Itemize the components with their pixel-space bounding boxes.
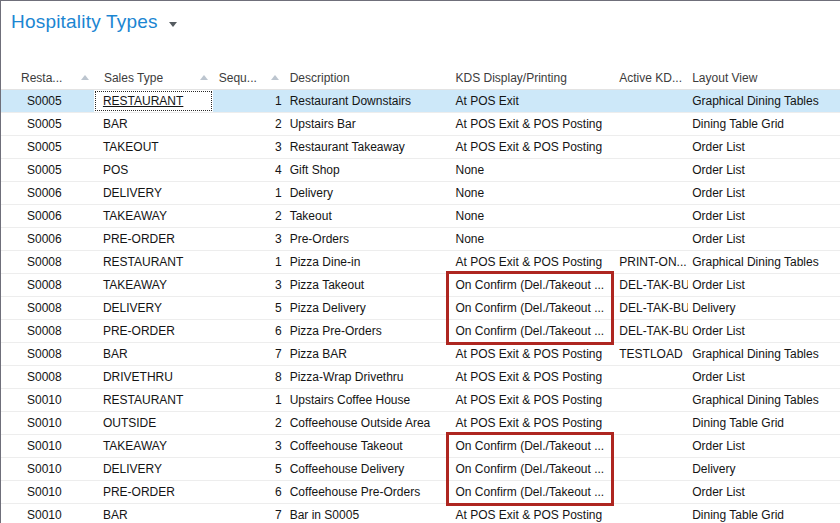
cell-kds[interactable]: On Confirm (Del./Takeout ... bbox=[448, 274, 615, 296]
table-row[interactable]: S0010DELIVERY5Coffeehouse DeliveryOn Con… bbox=[1, 458, 840, 481]
cell-layout[interactable]: Order List bbox=[688, 274, 840, 296]
cell-sales_type[interactable]: TAKEOUT bbox=[94, 136, 213, 158]
table-row[interactable]: S0010TAKEAWAY3Coffeehouse TakeoutOn Conf… bbox=[1, 435, 840, 458]
cell-restaurant[interactable]: S0006 bbox=[15, 228, 94, 250]
table-row[interactable]: S0008DELIVERY5Pizza DeliveryOn Confirm (… bbox=[1, 297, 840, 320]
cell-layout[interactable]: Order List bbox=[688, 481, 840, 503]
cell-sequence[interactable]: 5 bbox=[213, 297, 284, 319]
cell-sequence[interactable]: 1 bbox=[213, 251, 284, 273]
cell-description[interactable]: Coffeehouse Takeout bbox=[284, 435, 449, 457]
cell-sales_type[interactable]: OUTSIDE bbox=[94, 412, 213, 434]
cell-active_kds[interactable] bbox=[615, 412, 688, 434]
cell-description[interactable]: Pre-Orders bbox=[284, 228, 449, 250]
cell-layout[interactable]: Graphical Dining Tables bbox=[688, 389, 840, 411]
cell-sequence[interactable]: 5 bbox=[213, 458, 284, 480]
table-row[interactable]: S0006TAKEAWAY2TakeoutNoneOrder List bbox=[1, 205, 840, 228]
cell-layout[interactable]: Dining Table Grid bbox=[688, 113, 840, 135]
cell-sales_type[interactable]: DELIVERY bbox=[94, 182, 213, 204]
table-row[interactable]: S0006DELIVERY1DeliveryNoneOrder List bbox=[1, 182, 840, 205]
cell-kds[interactable]: At POS Exit & POS Posting bbox=[448, 113, 615, 135]
cell-sequence[interactable]: 7 bbox=[213, 504, 284, 523]
cell-layout[interactable]: Order List bbox=[688, 159, 840, 181]
cell-kds[interactable]: At POS Exit & POS Posting bbox=[448, 343, 615, 365]
cell-kds[interactable]: On Confirm (Del./Takeout ... bbox=[448, 320, 615, 342]
cell-kds[interactable]: At POS Exit & POS Posting bbox=[448, 389, 615, 411]
cell-description[interactable]: Coffeehouse Outside Area bbox=[284, 412, 449, 434]
cell-active_kds[interactable]: DEL-TAK-BU bbox=[615, 274, 688, 296]
cell-restaurant[interactable]: S0010 bbox=[15, 412, 94, 434]
cell-sequence[interactable]: 6 bbox=[213, 320, 284, 342]
cell-kds[interactable]: On Confirm (Del./Takeout ... bbox=[448, 481, 615, 503]
cell-restaurant[interactable]: S0010 bbox=[15, 389, 94, 411]
cell-layout[interactable]: Order List bbox=[688, 435, 840, 457]
column-header-description[interactable]: Description bbox=[284, 66, 449, 89]
cell-description[interactable]: Pizza Delivery bbox=[284, 297, 449, 319]
table-row[interactable]: S0005POS4Gift ShopNoneOrder List bbox=[1, 159, 840, 182]
cell-restaurant[interactable]: S0010 bbox=[15, 481, 94, 503]
cell-sales_type[interactable]: PRE-ORDER bbox=[94, 320, 213, 342]
column-header-sales_type[interactable]: Sales Type bbox=[94, 66, 213, 89]
cell-active_kds[interactable]: TESTLOAD bbox=[615, 343, 688, 365]
cell-active_kds[interactable] bbox=[615, 389, 688, 411]
cell-description[interactable]: Coffeehouse Pre-Orders bbox=[284, 481, 449, 503]
cell-sequence[interactable]: 2 bbox=[213, 205, 284, 227]
cell-description[interactable]: Restaurant Downstairs bbox=[284, 90, 449, 112]
cell-restaurant[interactable]: S0010 bbox=[15, 435, 94, 457]
cell-restaurant[interactable]: S0010 bbox=[15, 458, 94, 480]
cell-layout[interactable]: Graphical Dining Tables bbox=[688, 343, 840, 365]
cell-active_kds[interactable] bbox=[615, 228, 688, 250]
table-row[interactable]: S0005RESTAURANT1Restaurant DownstairsAt … bbox=[1, 90, 840, 113]
column-header-layout[interactable]: Layout View bbox=[688, 66, 840, 89]
cell-kds[interactable]: At POS Exit & POS Posting bbox=[448, 366, 615, 388]
cell-description[interactable]: Pizza Takeout bbox=[284, 274, 449, 296]
cell-kds[interactable]: At POS Exit & POS Posting bbox=[448, 251, 615, 273]
cell-sales_type[interactable]: BAR bbox=[94, 504, 213, 523]
column-header-kds[interactable]: KDS Display/Printing bbox=[448, 66, 615, 89]
cell-sales_type[interactable]: PRE-ORDER bbox=[94, 481, 213, 503]
cell-description[interactable]: Bar in S0005 bbox=[284, 504, 449, 523]
cell-active_kds[interactable] bbox=[615, 113, 688, 135]
cell-layout[interactable]: Order List bbox=[688, 136, 840, 158]
cell-sales_type[interactable]: TAKEAWAY bbox=[94, 435, 213, 457]
cell-sales_type[interactable]: DRIVETHRU bbox=[94, 366, 213, 388]
cell-description[interactable]: Upstairs Bar bbox=[284, 113, 449, 135]
cell-description[interactable]: Pizza Pre-Orders bbox=[284, 320, 449, 342]
cell-description[interactable]: Coffeehouse Delivery bbox=[284, 458, 449, 480]
cell-sequence[interactable]: 1 bbox=[213, 182, 284, 204]
cell-sales_type[interactable]: BAR bbox=[94, 113, 213, 135]
cell-description[interactable]: Takeout bbox=[284, 205, 449, 227]
column-header-sequence[interactable]: Sequ... bbox=[213, 66, 284, 89]
cell-sequence[interactable]: 7 bbox=[213, 343, 284, 365]
cell-kds[interactable]: None bbox=[448, 228, 615, 250]
cell-sequence[interactable]: 3 bbox=[213, 228, 284, 250]
cell-layout[interactable]: Order List bbox=[688, 228, 840, 250]
cell-restaurant[interactable]: S0006 bbox=[15, 205, 94, 227]
cell-layout[interactable]: Graphical Dining Tables bbox=[688, 90, 840, 112]
cell-active_kds[interactable]: DEL-TAK-BU bbox=[615, 297, 688, 319]
cell-kds[interactable]: On Confirm (Del./Takeout ... bbox=[448, 458, 615, 480]
table-row[interactable]: S0008TAKEAWAY3Pizza TakeoutOn Confirm (D… bbox=[1, 274, 840, 297]
cell-description[interactable]: Delivery bbox=[284, 182, 449, 204]
cell-sales_type[interactable]: RESTAURANT bbox=[94, 90, 213, 112]
table-row[interactable]: S0008DRIVETHRU8Pizza-Wrap DrivethruAt PO… bbox=[1, 366, 840, 389]
table-row[interactable]: S0005BAR2Upstairs BarAt POS Exit & POS P… bbox=[1, 113, 840, 136]
cell-restaurant[interactable]: S0008 bbox=[15, 343, 94, 365]
cell-active_kds[interactable] bbox=[615, 182, 688, 204]
cell-active_kds[interactable] bbox=[615, 435, 688, 457]
cell-sales_type[interactable]: BAR bbox=[94, 343, 213, 365]
table-row[interactable]: S0010PRE-ORDER6Coffeehouse Pre-OrdersOn … bbox=[1, 481, 840, 504]
table-row[interactable]: S0008PRE-ORDER6Pizza Pre-OrdersOn Confir… bbox=[1, 320, 840, 343]
cell-active_kds[interactable] bbox=[615, 159, 688, 181]
cell-sales_type[interactable]: DELIVERY bbox=[94, 297, 213, 319]
cell-kds[interactable]: On Confirm (Del./Takeout ... bbox=[448, 297, 615, 319]
table-row[interactable]: S0008BAR7Pizza BARAt POS Exit & POS Post… bbox=[1, 343, 840, 366]
cell-sequence[interactable]: 1 bbox=[213, 389, 284, 411]
cell-active_kds[interactable]: PRINT-ON... bbox=[615, 251, 688, 273]
cell-layout[interactable]: Dining Table Grid bbox=[688, 412, 840, 434]
column-header-active_kds[interactable]: Active KD... bbox=[615, 66, 688, 89]
cell-sequence[interactable]: 6 bbox=[213, 481, 284, 503]
cell-layout[interactable]: Order List bbox=[688, 205, 840, 227]
cell-kds[interactable]: On Confirm (Del./Takeout ... bbox=[448, 435, 615, 457]
cell-restaurant[interactable]: S0005 bbox=[15, 136, 94, 158]
column-header-restaurant[interactable]: Resta... bbox=[15, 66, 94, 89]
